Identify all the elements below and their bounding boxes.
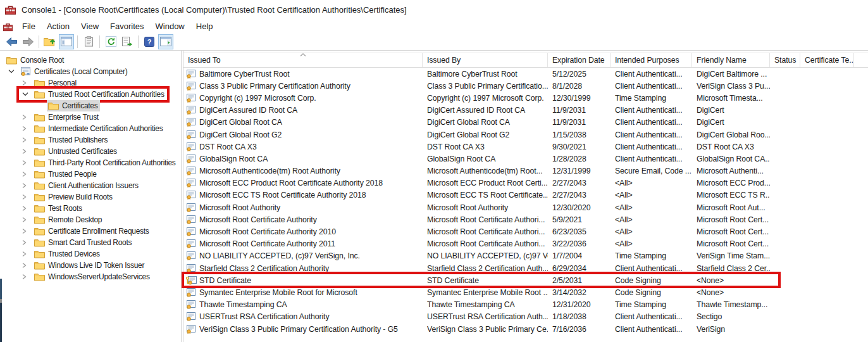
table-row-digicert-assured-id-root-ca[interactable]: DigiCert Assured ID Root CADigiCert Assu… — [183, 104, 868, 117]
table-row-microsoft-root-certificate-authority-2011[interactable]: Microsoft Root Certificate Authority 201… — [183, 238, 868, 250]
mmc-app-icon-small[interactable] — [3, 22, 13, 30]
table-row-globalsign-root-ca[interactable]: GlobalSign Root CAGlobalSign Root CA1/28… — [183, 153, 868, 165]
menu-favorites[interactable]: Favorites — [104, 20, 149, 32]
tree-item-trusted-root-certification-authorities[interactable]: Trusted Root Certification Authorities — [0, 89, 181, 100]
chevron-right-icon[interactable] — [19, 182, 33, 189]
table-row-verisign-class-3-public-primary-certification-authority-g5[interactable]: VeriSign Class 3 Public Primary Certific… — [183, 323, 868, 335]
tree-item-preview-build-roots[interactable]: Preview Build Roots — [0, 191, 181, 203]
chevron-right-icon[interactable] — [19, 79, 33, 87]
help-button[interactable]: ? — [142, 34, 157, 49]
tree-item-windowsserverupdateservices[interactable]: WindowsServerUpdateServices — [0, 271, 181, 282]
chevron-down-icon[interactable] — [19, 91, 33, 98]
chevron-right-icon[interactable] — [19, 125, 33, 132]
tree-item-console-root[interactable]: Console Root — [0, 54, 181, 66]
menu-bar: FileActionViewFavoritesWindowHelp — [0, 19, 868, 33]
column-header-issued-to[interactable]: Issued To — [183, 53, 423, 67]
column-header-expiration-date[interactable]: Expiration Date — [548, 53, 611, 67]
table-row-microsoft-authenticode-tm-root-authority[interactable]: Microsoft Authenticode(tm) Root Authorit… — [183, 165, 868, 177]
chevron-right-icon[interactable] — [19, 216, 33, 224]
refresh-button[interactable] — [103, 34, 118, 49]
cell-issued-to: USERTrust RSA Certification Authority — [183, 311, 423, 323]
chevron-right-icon[interactable] — [19, 262, 33, 269]
table-row-microsoft-root-authority[interactable]: Microsoft Root AuthorityMicrosoft Root A… — [183, 201, 868, 213]
table-row-copyright-c-1997-microsoft-corp-[interactable]: Copyright (c) 1997 Microsoft Corp.Copyri… — [183, 92, 868, 104]
table-row-dst-root-ca-x3[interactable]: DST Root CA X3DST Root CA X39/30/2021Cli… — [183, 141, 868, 153]
column-header-friendly-name[interactable]: Friendly Name — [692, 53, 770, 67]
tree-item-certificate-enrollment-requests[interactable]: Certificate Enrollment Requests — [0, 225, 181, 237]
chevron-right-icon[interactable] — [19, 113, 33, 121]
chevron-right-icon[interactable] — [19, 136, 33, 144]
menu-file[interactable]: File — [16, 20, 41, 32]
chevron-right-icon[interactable] — [19, 273, 33, 281]
tree-item-certificates-local-computer-[interactable]: Certificates (Local Computer) — [0, 66, 181, 77]
table-row-baltimore-cybertrust-root[interactable]: Baltimore CyberTrust RootBaltimore Cyber… — [183, 68, 868, 80]
column-header-status[interactable]: Status — [770, 53, 800, 67]
tree-item-trusted-people[interactable]: Trusted People — [0, 168, 181, 180]
column-header-intended-purposes[interactable]: Intended Purposes — [611, 53, 692, 67]
chevron-right-icon[interactable] — [19, 193, 33, 201]
svg-text:?: ? — [147, 38, 152, 46]
chevron-right-icon[interactable] — [19, 148, 33, 155]
back-button[interactable] — [4, 34, 19, 49]
chevron-right-icon[interactable] — [19, 239, 33, 246]
tree-item-remote-desktop[interactable]: Remote Desktop — [0, 214, 181, 225]
tree-item-personal[interactable]: Personal — [0, 77, 181, 89]
table-row-class-3-public-primary-certification-authority[interactable]: Class 3 Public Primary Certification Aut… — [183, 80, 868, 92]
chevron-right-icon[interactable] — [19, 205, 33, 212]
menu-action[interactable]: Action — [41, 20, 75, 32]
chevron-down-icon[interactable] — [5, 68, 19, 75]
up-one-level-button[interactable] — [42, 34, 58, 49]
tree-item-trusted-devices[interactable]: Trusted Devices — [0, 248, 181, 260]
cell-issued-to: Copyright (c) 1997 Microsoft Corp. — [183, 92, 423, 104]
table-row-starfield-class-2-certification-authority[interactable]: Starfield Class 2 Certification Authorit… — [183, 262, 868, 274]
tree-item-trusted-publishers[interactable]: Trusted Publishers — [0, 134, 181, 146]
table-row-symantec-enterprise-mobile-root-for-microsoft[interactable]: Symantec Enterprise Mobile Root for Micr… — [183, 286, 868, 298]
forward-button[interactable] — [20, 34, 35, 49]
chevron-right-icon[interactable] — [19, 250, 33, 258]
tree-item-intermediate-certification-authorities[interactable]: Intermediate Certification Authorities — [0, 123, 181, 134]
tree-item-windows-live-id-token-issuer[interactable]: Windows Live ID Token Issuer — [0, 260, 181, 271]
menu-view[interactable]: View — [75, 20, 104, 32]
chevron-right-icon[interactable] — [19, 170, 33, 178]
show-hide-action-pane-button[interactable] — [158, 34, 173, 49]
table-row-microsoft-ecc-product-root-certificate-authority-2018[interactable]: Microsoft ECC Product Root Certificate A… — [183, 177, 868, 189]
chevron-right-icon[interactable] — [19, 159, 33, 167]
title-bar: Console1 - [Console Root\Certificates (L… — [0, 0, 868, 19]
table-row-digicert-global-root-g2[interactable]: DigiCert Global Root G2DigiCert Global R… — [183, 129, 868, 141]
tree-item-test-roots[interactable]: Test Roots — [0, 203, 181, 214]
certificate-icon — [186, 94, 197, 103]
table-row-usertrust-rsa-certification-authority[interactable]: USERTrust RSA Certification AuthorityUSE… — [183, 311, 868, 323]
table-row-microsoft-root-certificate-authority[interactable]: Microsoft Root Certificate AuthorityMicr… — [183, 213, 868, 225]
column-header-issued-by[interactable]: Issued By — [423, 53, 548, 67]
export-list-button[interactable] — [120, 34, 135, 49]
show-hide-console-tree-button[interactable] — [59, 34, 74, 49]
table-row-digicert-global-root-ca[interactable]: DigiCert Global Root CADigiCert Global R… — [183, 117, 868, 129]
table-row-microsoft-root-certificate-authority-2010[interactable]: Microsoft Root Certificate Authority 201… — [183, 225, 868, 238]
table-row-no-liability-accepted-c-97-verisign-inc-[interactable]: NO LIABILITY ACCEPTED, (c)97 VeriSign, I… — [183, 250, 868, 262]
table-row-microsoft-ecc-ts-root-certificate-authority-2018[interactable]: Microsoft ECC TS Root Certificate Author… — [183, 189, 868, 201]
chevron-right-icon[interactable] — [19, 227, 33, 235]
cell-expiration-date: 7/16/2036 — [548, 323, 611, 335]
tree-item-client-authentication-issuers[interactable]: Client Authentication Issuers — [0, 180, 181, 191]
tree-item-untrusted-certificates[interactable]: Untrusted Certificates — [0, 146, 181, 157]
cell-status — [770, 153, 800, 165]
properties-button[interactable] — [81, 34, 96, 49]
cell-intended-purposes: <All> — [611, 189, 692, 201]
table-row-thawte-timestamping-ca[interactable]: Thawte Timestamping CAThawte Timestampin… — [183, 299, 868, 311]
tree-item-third-party-root-certification-authorities[interactable]: Third-Party Root Certification Authoriti… — [0, 157, 181, 168]
table-row-std-certificate[interactable]: STD CertificateSTD Certificate2/5/2031Co… — [183, 274, 868, 286]
menu-window[interactable]: Window — [150, 20, 190, 32]
cell-status — [770, 80, 800, 92]
column-header-certificate-te-[interactable]: Certificate Te... — [800, 53, 854, 67]
cell-friendly-name: Starfield Class 2 Cer... — [692, 262, 770, 274]
cell-certificate-template — [800, 177, 854, 189]
cell-friendly-name: DigiCert — [692, 104, 770, 117]
cell-status — [770, 129, 800, 141]
cell-issued-to: Microsoft Authenticode(tm) Root Authorit… — [183, 165, 423, 177]
menu-help[interactable]: Help — [190, 20, 219, 32]
tree-item-enterprise-trust[interactable]: Enterprise Trust — [0, 111, 181, 123]
cell-intended-purposes: Client Authenticati... — [611, 129, 692, 141]
tree-item-smart-card-trusted-roots[interactable]: Smart Card Trusted Roots — [0, 237, 181, 248]
certificate-icon — [186, 179, 197, 187]
tree-item-certificates[interactable]: Certificates — [0, 100, 181, 111]
